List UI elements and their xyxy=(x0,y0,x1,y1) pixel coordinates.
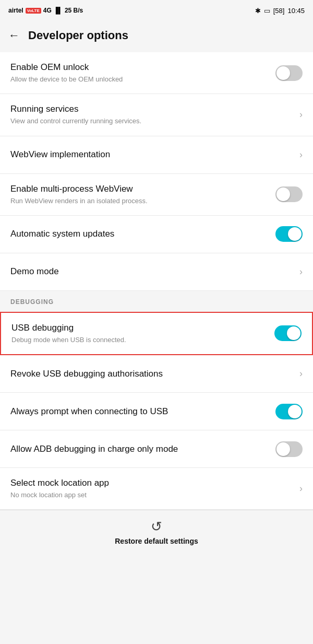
setting-title: Demo mode xyxy=(10,266,293,277)
setting-item-allow-adb-debugging[interactable]: Allow ADB debugging in charge only mode xyxy=(0,430,313,468)
back-button[interactable]: ← xyxy=(8,29,20,42)
setting-text: Enable multi-process WebViewRun WebView … xyxy=(10,183,269,206)
toggle-switch[interactable] xyxy=(274,325,302,341)
setting-title: Enable multi-process WebView xyxy=(10,183,269,195)
setting-title: USB debugging xyxy=(11,322,268,334)
setting-subtitle: View and control currently running servi… xyxy=(10,116,293,126)
bottom-bar: ↺ Restore default settings xyxy=(0,510,313,556)
toggle-switch[interactable] xyxy=(275,441,303,457)
chevron-icon: › xyxy=(299,109,303,120)
setting-subtitle: Debug mode when USB is connected. xyxy=(11,335,268,345)
setting-text: Revoke USB debugging authorisations xyxy=(10,368,293,380)
bluetooth-icon: ✱ xyxy=(255,7,261,15)
carrier-label: airtel xyxy=(8,7,23,14)
page-title: Developer options xyxy=(28,29,128,42)
setting-item-automatic-system-updates[interactable]: Automatic system updates xyxy=(0,216,313,253)
toggle-knob xyxy=(287,326,300,340)
setting-subtitle: Allow the device to be OEM unlocked xyxy=(10,75,269,84)
toggle-switch[interactable] xyxy=(275,65,303,81)
setting-text: Demo mode xyxy=(10,266,293,277)
restore-icon: ↺ xyxy=(151,519,162,535)
setting-text: USB debuggingDebug mode when USB is conn… xyxy=(11,322,268,345)
setting-title: Select mock location app xyxy=(10,477,293,489)
setting-item-running-services[interactable]: Running servicesView and control current… xyxy=(0,94,313,136)
chevron-icon: › xyxy=(299,368,303,379)
toggle-switch[interactable] xyxy=(275,226,303,242)
debugging-section: DEBUGGINGUSB debuggingDebug mode when US… xyxy=(0,291,313,510)
debugging-items: USB debuggingDebug mode when USB is conn… xyxy=(0,312,313,510)
setting-item-select-mock-location[interactable]: Select mock location appNo mock location… xyxy=(0,468,313,510)
setting-text: Enable OEM unlockAllow the device to be … xyxy=(10,62,269,84)
top-bar: ← Developer options xyxy=(0,21,313,50)
setting-item-enable-oem-unlock[interactable]: Enable OEM unlockAllow the device to be … xyxy=(0,52,313,94)
setting-title: Allow ADB debugging in charge only mode xyxy=(10,443,269,455)
signal-bars: ▐▌ xyxy=(54,7,63,14)
section-header-debugging: DEBUGGING xyxy=(0,291,313,310)
setting-item-demo-mode[interactable]: Demo mode› xyxy=(0,253,313,291)
toggle-knob xyxy=(288,405,302,418)
device-icon: ▭ xyxy=(264,7,270,15)
status-right: ✱ ▭ [58] 10:45 xyxy=(255,7,305,15)
time-display: 10:45 xyxy=(287,7,305,15)
toggle-knob xyxy=(276,66,290,80)
volte-badge: VoLTE xyxy=(26,8,41,14)
toggle-knob xyxy=(276,442,290,456)
chevron-icon: › xyxy=(299,266,303,277)
setting-item-revoke-usb-debugging[interactable]: Revoke USB debugging authorisations› xyxy=(0,355,313,393)
setting-title: WebView implementation xyxy=(10,149,293,160)
setting-text: WebView implementation xyxy=(10,149,293,160)
toggle-knob xyxy=(288,227,302,241)
setting-subtitle: No mock location app set xyxy=(10,490,293,500)
setting-item-webview-implementation[interactable]: WebView implementation› xyxy=(0,136,313,174)
chevron-icon: › xyxy=(299,149,303,160)
setting-title: Always prompt when connecting to USB xyxy=(10,406,269,417)
setting-title: Automatic system updates xyxy=(10,228,269,240)
signal-4g: 4G xyxy=(43,7,52,14)
toggle-switch[interactable] xyxy=(275,404,303,419)
setting-text: Always prompt when connecting to USB xyxy=(10,406,269,417)
setting-item-always-prompt-usb[interactable]: Always prompt when connecting to USB xyxy=(0,393,313,430)
setting-text: Running servicesView and control current… xyxy=(10,103,293,126)
setting-text: Allow ADB debugging in charge only mode xyxy=(10,443,269,455)
restore-label[interactable]: Restore default settings xyxy=(115,537,198,545)
setting-title: Running services xyxy=(10,103,293,115)
status-left: airtel VoLTE 4G ▐▌ 25 B/s xyxy=(8,7,83,14)
data-speed: 25 B/s xyxy=(65,7,83,14)
setting-item-enable-multi-process-webview[interactable]: Enable multi-process WebViewRun WebView … xyxy=(0,174,313,216)
settings-list: Enable OEM unlockAllow the device to be … xyxy=(0,52,313,291)
toggle-knob xyxy=(276,188,290,201)
status-bar: airtel VoLTE 4G ▐▌ 25 B/s ✱ ▭ [58] 10:45 xyxy=(0,0,313,21)
setting-text: Automatic system updates xyxy=(10,228,269,240)
setting-title: Enable OEM unlock xyxy=(10,62,269,73)
setting-item-usb-debugging[interactable]: USB debuggingDebug mode when USB is conn… xyxy=(0,312,313,355)
setting-subtitle: Run WebView renders in an isolated proce… xyxy=(10,196,269,206)
chevron-icon: › xyxy=(299,483,303,494)
toggle-switch[interactable] xyxy=(275,186,303,202)
battery-indicator: [58] xyxy=(273,7,285,15)
setting-text: Select mock location appNo mock location… xyxy=(10,477,293,500)
setting-title: Revoke USB debugging authorisations xyxy=(10,368,293,380)
